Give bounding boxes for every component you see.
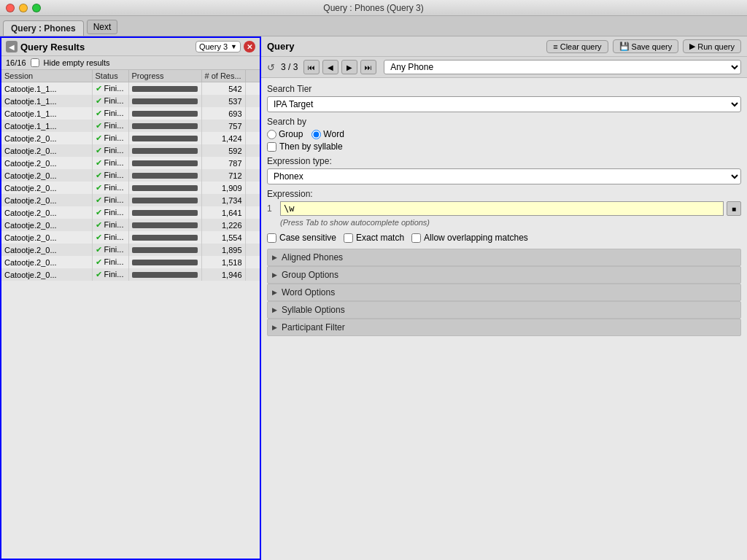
cell-results: 1,946 [201, 268, 245, 281]
case-sensitive-checkbox[interactable] [267, 233, 276, 243]
collapsible-header-2[interactable]: ▶Word Options [268, 284, 740, 300]
cell-progress [128, 231, 201, 244]
allow-overlapping-checkbox[interactable] [411, 233, 421, 243]
cell-results: 1,734 [201, 194, 245, 206]
search-by-radio-group: Group Word [267, 129, 741, 139]
autocomplete-hint: (Press Tab to show autocomplete options) [267, 218, 741, 227]
cell-results: 537 [201, 95, 245, 107]
cell-progress [128, 194, 201, 206]
close-panel-button[interactable]: ✕ [244, 41, 255, 52]
table-row[interactable]: Catootje.2_0...✔ Fini...1,895 [1, 244, 260, 256]
phone-select[interactable]: Any Phone [384, 60, 741, 74]
cell-progress [128, 107, 201, 120]
expression-end-button[interactable]: ■ [727, 201, 741, 216]
collapsible-section[interactable]: ▶Aligned Phones [267, 249, 741, 266]
exact-match-option[interactable]: Exact match [344, 233, 404, 243]
table-row[interactable]: Catootje.1_1...✔ Fini...542 [1, 82, 260, 96]
results-table[interactable]: Session Status Progress # of Res... Cato… [1, 70, 260, 559]
allow-overlapping-option[interactable]: Allow overlapping matches [411, 233, 528, 243]
cell-extra [245, 182, 260, 194]
expression-line-number: 1 [267, 203, 277, 214]
then-by-syllable-checkbox[interactable] [267, 142, 276, 152]
table-row[interactable]: Catootje.2_0...✔ Fini...1,226 [1, 219, 260, 231]
table-row[interactable]: Catootje.2_0...✔ Fini...1,946 [1, 268, 260, 281]
cell-extra [245, 206, 260, 219]
hide-empty-label: Hide empty results [44, 58, 110, 67]
table-row[interactable]: Catootje.1_1...✔ Fini...693 [1, 107, 260, 120]
query-nav: ↺ 3 / 3 ⏮ ◀ ▶ ⏭ Any Phone [261, 57, 747, 78]
collapsible-section[interactable]: ▶Syllable Options [267, 301, 741, 319]
next-button[interactable]: Next [87, 20, 118, 34]
search-by-group-radio[interactable] [267, 130, 276, 139]
save-query-button[interactable]: 💾 Save query [613, 39, 679, 53]
expression-type-select[interactable]: Phonex [267, 168, 741, 184]
phone-select-container[interactable]: Any Phone [384, 60, 741, 74]
collapsible-header-0[interactable]: ▶Aligned Phones [268, 249, 740, 265]
cell-extra [245, 268, 260, 281]
save-icon: 💾 [619, 42, 630, 51]
search-by-word-option[interactable]: Word [311, 129, 344, 139]
exact-match-checkbox[interactable] [344, 233, 353, 243]
close-button[interactable] [6, 4, 15, 12]
cell-status: ✔ Fini... [92, 219, 128, 231]
collapsible-section[interactable]: ▶Group Options [267, 266, 741, 284]
cell-session: Catootje.1_1... [1, 120, 92, 132]
cell-extra [245, 169, 260, 182]
collapsible-header-1[interactable]: ▶Group Options [268, 267, 740, 283]
results-info-bar: 16/16 Hide empty results [1, 56, 260, 70]
table-row[interactable]: Catootje.2_0...✔ Fini...1,909 [1, 182, 260, 194]
table-row[interactable]: Catootje.2_0...✔ Fini...1,424 [1, 132, 260, 144]
cell-status: ✔ Fini... [92, 95, 128, 107]
table-row[interactable]: Catootje.1_1...✔ Fini...757 [1, 120, 260, 132]
nav-first-button[interactable]: ⏮ [303, 60, 320, 74]
table-row[interactable]: Catootje.2_0...✔ Fini...1,734 [1, 194, 260, 206]
then-by-syllable-label: Then by syllable [279, 141, 343, 152]
cell-session: Catootje.2_0... [1, 194, 92, 206]
collapsible-header-3[interactable]: ▶Syllable Options [268, 302, 740, 318]
run-query-button[interactable]: ▶ Run query [683, 39, 741, 53]
collapsible-section[interactable]: ▶Word Options [267, 284, 741, 301]
collapsible-label-1: Group Options [282, 270, 338, 280]
cell-progress [128, 132, 201, 144]
collapse-arrow-icon: ▶ [272, 306, 277, 314]
then-by-syllable-row[interactable]: Then by syllable [267, 141, 741, 152]
minimize-button[interactable] [19, 4, 28, 12]
cell-session: Catootje.2_0... [1, 182, 92, 194]
cell-status: ✔ Fini... [92, 244, 128, 256]
nav-prev-button[interactable]: ◀ [322, 60, 338, 74]
table-row[interactable]: Catootje.2_0...✔ Fini...592 [1, 144, 260, 157]
cell-extra [245, 95, 260, 107]
table-row[interactable]: Catootje.2_0...✔ Fini...712 [1, 169, 260, 182]
search-tier-select[interactable]: IPA Target [267, 96, 741, 112]
cell-progress [128, 82, 201, 96]
clear-query-button[interactable]: ≡ Clear query [546, 40, 608, 53]
hide-empty-checkbox[interactable] [31, 58, 39, 67]
cell-session: Catootje.2_0... [1, 244, 92, 256]
back-arrow-button[interactable]: ◀ [6, 41, 18, 52]
nav-last-button[interactable]: ⏭ [360, 60, 376, 74]
search-by-word-radio[interactable] [311, 130, 321, 139]
table-row[interactable]: Catootje.2_0...✔ Fini...787 [1, 157, 260, 169]
tab-query-phones[interactable]: Query : Phones [3, 20, 84, 36]
table-row[interactable]: Catootje.2_0...✔ Fini...1,554 [1, 231, 260, 244]
table-row[interactable]: Catootje.2_0...✔ Fini...1,641 [1, 206, 260, 219]
cell-progress [128, 120, 201, 132]
window-controls[interactable] [6, 4, 41, 12]
cell-results: 1,226 [201, 219, 245, 231]
query-selector[interactable]: Query 3 ▼ [196, 41, 241, 52]
cell-progress [128, 144, 201, 157]
search-by-group-option[interactable]: Group [267, 129, 303, 139]
cell-session: Catootje.2_0... [1, 144, 92, 157]
expression-input[interactable] [280, 201, 724, 216]
cell-results: 1,909 [201, 182, 245, 194]
case-sensitive-option[interactable]: Case sensitive [267, 233, 336, 243]
collapsible-section[interactable]: ▶Participant Filter [267, 319, 741, 336]
query-selector-arrow: ▼ [231, 43, 237, 50]
expression-type-label: Expression type: [267, 156, 741, 166]
collapsible-header-4[interactable]: ▶Participant Filter [268, 319, 740, 335]
cell-extra [245, 144, 260, 157]
table-row[interactable]: Catootje.2_0...✔ Fini...1,518 [1, 256, 260, 268]
maximize-button[interactable] [32, 4, 41, 12]
table-row[interactable]: Catootje.1_1...✔ Fini...537 [1, 95, 260, 107]
nav-next-button[interactable]: ▶ [341, 60, 357, 74]
